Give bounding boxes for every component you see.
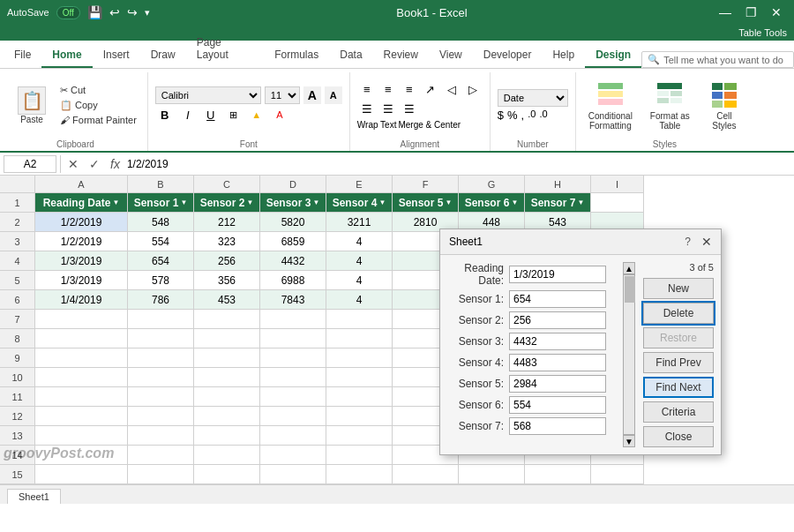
cell-c9[interactable] [194,348,260,368]
sheet-tab-sheet1[interactable]: Sheet1 [7,489,61,504]
col-header-c[interactable]: C [194,176,260,193]
cell-e4[interactable]: 4 [326,251,393,271]
border-btn[interactable]: ⊞ [224,106,243,124]
col-header-a[interactable]: A [35,176,128,193]
tab-view[interactable]: View [429,43,473,68]
dialog-close-btn2[interactable]: Close [643,426,714,447]
cell-a15[interactable] [35,465,128,484]
tab-review[interactable]: Review [373,43,429,68]
save-icon[interactable]: 💾 [87,5,102,19]
dialog-input-reading-date[interactable] [509,266,606,283]
dialog-close-btn[interactable]: ✕ [701,235,712,249]
cell-a6[interactable]: 1/4/2019 [35,290,128,310]
cell-e11[interactable] [326,387,393,407]
dialog-input-sensor1[interactable] [509,290,606,308]
orientation-btn[interactable]: ↗ [421,81,440,99]
cell-d8[interactable] [260,329,326,348]
cell-d2[interactable]: 5820 [260,213,326,232]
dialog-criteria-btn[interactable]: Criteria [643,401,714,423]
cell-a8[interactable] [35,329,128,348]
cell-g15[interactable] [459,465,525,484]
tab-file[interactable]: File [4,43,41,68]
cell-a5[interactable]: 1/3/2019 [35,271,128,290]
cell-b4[interactable]: 654 [128,251,194,271]
indent-inc-btn[interactable]: ▷ [463,81,483,99]
cell-c6[interactable]: 453 [194,290,260,310]
dialog-find-next-btn[interactable]: Find Next [643,377,714,398]
align-bottom-btn[interactable]: ≡ [400,81,419,99]
cell-c3[interactable]: 323 [194,232,260,251]
cell-e8[interactable] [326,329,393,348]
format-as-table-btn[interactable]: Format asTable [645,76,695,134]
formula-fx-icon[interactable]: fx [107,157,124,171]
italic-btn[interactable]: I [178,106,198,124]
currency-btn[interactable]: $ [498,109,504,122]
percent-btn[interactable]: % [507,109,518,122]
formula-confirm-icon[interactable]: ✓ [86,157,103,171]
dialog-input-sensor5[interactable] [509,375,606,393]
close-btn[interactable]: ✕ [766,4,787,21]
col-header-h[interactable]: H [525,176,591,193]
cell-d7[interactable] [260,310,326,329]
fill-color-btn[interactable]: ▲ [247,106,266,124]
tab-insert[interactable]: Insert [93,43,140,68]
cell-b14[interactable] [128,446,194,465]
font-size-select[interactable]: 11 [265,86,300,104]
dialog-input-sensor4[interactable] [509,354,606,371]
ribbon-search[interactable]: 🔍 Tell me what you want to do [641,51,794,68]
cell-d11[interactable] [260,387,326,407]
tab-page-layout[interactable]: Page Layout [186,31,264,68]
dialog-scroll-up-btn[interactable]: ▲ [623,262,635,274]
format-painter-button[interactable]: 🖌 Format Painter [56,114,140,126]
redo-icon[interactable]: ↪ [127,5,138,19]
cell-b3[interactable]: 554 [128,232,194,251]
minimize-btn[interactable]: — [714,4,737,21]
dialog-input-sensor3[interactable] [509,333,606,350]
wrap-text-btn[interactable]: Wrap Text [357,120,397,130]
tab-developer[interactable]: Developer [473,43,543,68]
cell-e13[interactable] [326,426,393,446]
cell-c11[interactable] [194,387,260,407]
align-left-btn[interactable]: ☰ [357,101,377,118]
cell-c12[interactable] [194,407,260,426]
tab-design[interactable]: Design [585,43,641,68]
conditional-formatting-btn[interactable]: ConditionalFormatting [583,76,638,134]
more-quick-access[interactable]: ▾ [145,7,150,19]
cell-d6[interactable]: 7843 [260,290,326,310]
cell-b15[interactable] [128,465,194,484]
cell-e5[interactable]: 4 [326,271,393,290]
align-center-btn[interactable]: ☰ [378,101,398,118]
cell-b11[interactable] [128,387,194,407]
cell-c2[interactable]: 212 [194,213,260,232]
merge-center-btn[interactable]: Merge & Center [398,120,461,130]
cell-c7[interactable] [194,310,260,329]
cell-a2[interactable]: 1/2/2019 [35,213,128,232]
font-shrink-btn[interactable]: A [325,86,342,104]
formula-cancel-icon[interactable]: ✕ [64,157,82,171]
cell-b8[interactable] [128,329,194,348]
cell-c10[interactable] [194,368,260,387]
cell-e9[interactable] [326,348,393,368]
cell-b7[interactable] [128,310,194,329]
dialog-scroll-thumb[interactable] [625,276,635,303]
tab-formulas[interactable]: Formulas [264,43,329,68]
cell-b6[interactable]: 786 [128,290,194,310]
cell-d3[interactable]: 6859 [260,232,326,251]
header-cell-g1[interactable]: Sensor 6▼ [459,193,525,213]
cell-d10[interactable] [260,368,326,387]
col-header-d[interactable]: D [260,176,326,193]
font-name-select[interactable]: Calibri [155,86,261,104]
dialog-help-btn[interactable]: ? [685,236,691,248]
copy-button[interactable]: 📋 Copy [56,99,140,112]
cell-d5[interactable]: 6988 [260,271,326,290]
decimal-inc-btn[interactable]: .0 [528,109,536,122]
cell-d9[interactable] [260,348,326,368]
font-color-btn[interactable]: A [270,106,289,124]
align-middle-btn[interactable]: ≡ [378,81,398,99]
cell-e7[interactable] [326,310,393,329]
cell-b2[interactable]: 548 [128,213,194,232]
indent-dec-btn[interactable]: ◁ [442,81,461,99]
cell-a7[interactable] [35,310,128,329]
header-cell-b1[interactable]: Sensor 1▼ [128,193,194,213]
undo-icon[interactable]: ↩ [109,5,120,19]
